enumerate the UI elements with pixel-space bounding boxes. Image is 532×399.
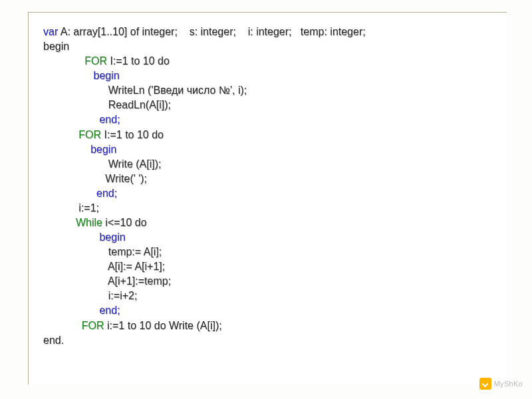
code-line-8: begin [43,142,492,157]
code-line-11: end; [43,186,492,201]
slide-content: var A: array[1..10] of integer; s: integ… [28,12,507,384]
code-line-1: begin [43,39,492,54]
code-line-21: end. [43,333,492,348]
code-line-10: Write(' '); [43,172,492,186]
code-line-17: A[i+1]:=temp; [43,274,492,289]
code-line-12: i:=1; [43,201,492,215]
keyword-for: FOR [43,129,101,140]
code-text: A: array[1..10] of integer; s: integer; … [58,26,365,37]
code-line-3: begin [43,68,492,83]
code-line-16: A[i]:= A[i+1]; [43,259,492,274]
code-line-0: var A: array[1..10] of integer; s: integ… [43,25,492,39]
code-line-18: i:=i+2; [43,289,492,303]
keyword-while: While [43,217,102,228]
code-text: I:=1 to 10 do [107,55,170,66]
watermark-logo: МyShKo [479,378,523,390]
code-line-15: temp:= A[i]; [43,245,492,259]
code-line-4: WriteLn ('Введи число №', i); [43,83,492,98]
code-line-2: FOR I:=1 to 10 do [43,54,492,68]
watermark-text: МyShKo [494,380,523,388]
code-line-5: ReadLn(A[i]); [43,98,492,112]
code-line-7: FOR I:=1 to 10 do [43,128,492,142]
keyword-var: var [43,26,58,37]
keyword-for: FOR [43,320,104,331]
code-line-20: FOR i:=1 to 10 do Write (A[i]); [43,319,492,333]
code-text: i:=1 to 10 do Write (A[i]); [104,320,222,331]
code-line-6: end; [43,112,492,127]
code-line-13: While i<=10 do [43,215,492,230]
code-line-14: begin [43,230,492,245]
code-text: I:=1 to 10 do [101,129,164,140]
play-icon [479,378,491,390]
code-text: i<=10 do [102,217,147,228]
code-line-19: end; [43,303,492,318]
keyword-for: FOR [43,55,107,66]
code-line-9: Write (A[i]); [43,157,492,172]
